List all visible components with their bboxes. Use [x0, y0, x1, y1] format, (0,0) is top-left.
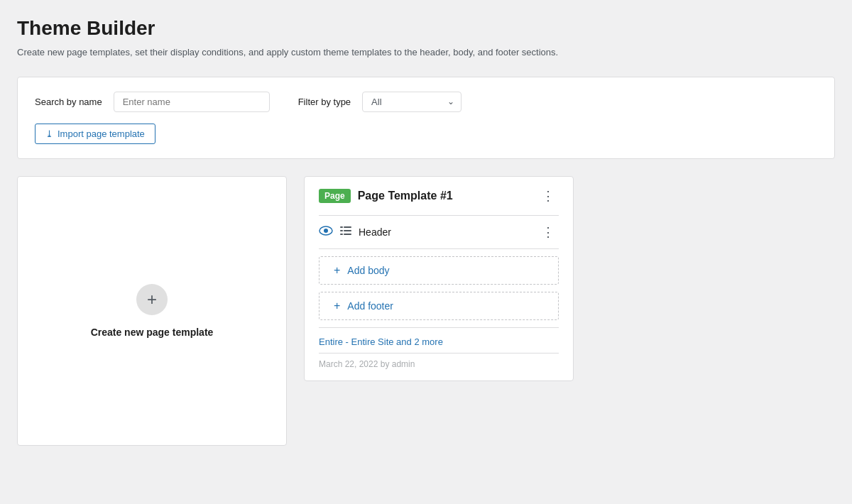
page-title: Theme Builder	[17, 17, 835, 40]
filter-type-label: Filter by type	[298, 97, 351, 107]
filter-type-wrapper: All Page Post Archive ⌄	[362, 92, 462, 112]
header-menu-button[interactable]: ⋮	[537, 224, 559, 240]
download-icon: ⤓	[45, 128, 53, 139]
page-subtitle: Create new page templates, set their dis…	[17, 45, 835, 60]
header-label: Header	[359, 226, 530, 238]
template-card: Page Page Template #1 ⋮	[304, 176, 574, 381]
template-header: Page Page Template #1 ⋮	[305, 177, 573, 215]
add-footer-plus-icon: +	[334, 300, 340, 312]
header-section-row: Header ⋮	[305, 216, 573, 248]
search-label: Search by name	[35, 97, 102, 107]
svg-point-1	[324, 229, 328, 233]
cards-row: + Create new page template Page Page Tem…	[17, 176, 835, 446]
svg-rect-6	[340, 234, 343, 235]
create-card-label: Create new page template	[91, 327, 214, 338]
svg-rect-2	[340, 226, 343, 228]
svg-rect-4	[340, 230, 343, 231]
svg-rect-7	[344, 234, 351, 235]
meta-text: March 22, 2022 by admin	[305, 354, 573, 380]
add-footer-row[interactable]: + Add footer	[319, 292, 559, 320]
template-menu-button[interactable]: ⋮	[537, 188, 559, 204]
search-input[interactable]	[114, 92, 270, 112]
import-button-label: Import page template	[58, 128, 145, 139]
filter-panel: Search by name Filter by type All Page P…	[17, 77, 835, 159]
add-body-plus-icon: +	[334, 264, 340, 277]
svg-rect-3	[344, 226, 351, 228]
eye-icon	[319, 226, 333, 239]
header-section-icon	[340, 226, 351, 238]
condition-text: Entire - Entire Site and 2 more	[305, 328, 573, 350]
filter-type-select[interactable]: All Page Post Archive	[362, 92, 462, 112]
create-new-card[interactable]: + Create new page template	[17, 176, 287, 446]
import-button[interactable]: ⤓ Import page template	[35, 124, 155, 144]
add-body-row[interactable]: + Add body	[319, 256, 559, 285]
add-body-label: Add body	[347, 265, 389, 276]
add-footer-label: Add footer	[347, 300, 393, 312]
svg-rect-5	[344, 230, 351, 231]
divider-2	[319, 248, 559, 249]
page-badge: Page	[319, 189, 351, 203]
plus-circle-icon: +	[136, 284, 168, 315]
template-name: Page Template #1	[358, 190, 530, 202]
